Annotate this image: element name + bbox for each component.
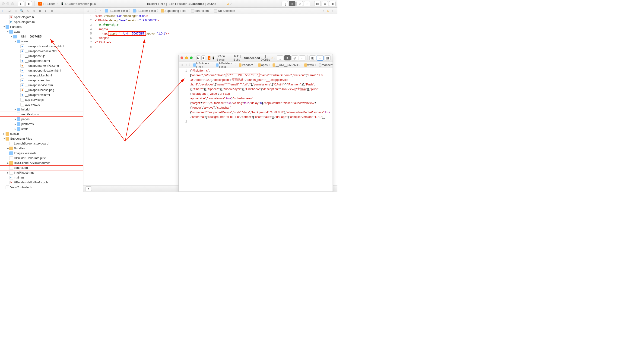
- jump-bar-sub[interactable]: ⊞ 〈 〉 HBuilder-Hello〉HBuilder-Hello〉Pand…: [179, 62, 333, 68]
- tree-item[interactable]: __uniappservice.html: [0, 83, 83, 88]
- jump-bar-main[interactable]: ⊞ 〈 〉 HBuilder-Hello〉HBuilder-Hello〉Supp…: [83, 8, 338, 14]
- tree-item[interactable]: mAppDelegate.m: [0, 20, 83, 24]
- file-tree[interactable]: hAppDelegate.hmAppDelegate.m▼Pandora▼app…: [0, 14, 83, 192]
- breadcrumb-item[interactable]: Pandora: [242, 63, 253, 67]
- breakpoint-nav-tab[interactable]: ▸: [44, 8, 48, 13]
- sub-window-controls[interactable]: [181, 56, 195, 59]
- breadcrumb-item[interactable]: control.xml: [195, 9, 209, 12]
- tree-item[interactable]: ▶hybrid: [0, 107, 83, 112]
- sub-snippets-button[interactable]: { }: [277, 55, 283, 60]
- tree-item[interactable]: ▼apps: [0, 29, 83, 34]
- jump-bar-prev[interactable]: 〈: [320, 8, 325, 13]
- tree-item[interactable]: ▼Pandora: [0, 24, 83, 29]
- left-panel-toggle[interactable]: ◧: [314, 1, 321, 6]
- stop-button[interactable]: ■: [26, 1, 32, 6]
- tree-item[interactable]: HBuilder-Hello-Info.plist: [0, 156, 83, 160]
- symbol-nav-tab[interactable]: ≣: [14, 8, 18, 13]
- code-snippets-button[interactable]: { }: [281, 1, 288, 6]
- tree-item[interactable]: hViewController.h: [0, 185, 83, 190]
- tree-item[interactable]: ▶platforms: [0, 122, 83, 126]
- sub-assistant-editor[interactable]: ◎: [291, 55, 298, 60]
- sub-scheme-selector[interactable]: 5 📱 DClou…6 plus: [208, 54, 229, 61]
- tree-item[interactable]: __uniappsuccess.png: [0, 88, 83, 92]
- breadcrumb-item[interactable]: Supporting Files: [165, 9, 186, 12]
- tree-item[interactable]: __uniappview.html: [0, 92, 83, 97]
- tree-item[interactable]: ▼__UNI__56676B5: [0, 34, 83, 39]
- related-items-button[interactable]: ⊞: [85, 8, 90, 13]
- back-button[interactable]: 〈: [92, 8, 97, 13]
- breadcrumb-item[interactable]: HBuilder-Hello: [137, 9, 156, 12]
- sub-back-button[interactable]: 〈: [184, 63, 187, 68]
- tree-item[interactable]: app-service.js: [0, 97, 83, 102]
- breadcrumb-item[interactable]: www: [307, 63, 314, 67]
- tree-item[interactable]: hAppDelegate.h: [0, 14, 83, 20]
- debug-nav-tab[interactable]: ▣: [38, 8, 42, 13]
- breadcrumb-item[interactable]: HBuilder-Hello: [108, 9, 128, 12]
- source-control-nav-tab[interactable]: ⎇: [8, 8, 12, 13]
- tree-item[interactable]: __uniappopenlocation.html: [0, 68, 83, 73]
- sub-run-button[interactable]: ▶: [196, 55, 200, 60]
- sub-right-panel[interactable]: ◨: [324, 55, 331, 60]
- tree-item-label: hybrid: [21, 108, 30, 111]
- sub-bottom-panel[interactable]: ▭: [317, 55, 323, 60]
- report-nav-tab[interactable]: ▭: [50, 8, 54, 13]
- sub-forward-button[interactable]: 〉: [189, 63, 192, 68]
- tree-item[interactable]: Images.xcassets: [0, 151, 83, 156]
- tree-item[interactable]: __uniappmarker@3x.png: [0, 63, 83, 68]
- test-nav-tab[interactable]: ◇: [32, 8, 36, 13]
- tree-item[interactable]: __uniapppicker.html: [0, 73, 83, 78]
- tree-item[interactable]: LaunchScreen.storyboard: [0, 141, 83, 146]
- sub-version-editor[interactable]: ↔: [299, 55, 305, 60]
- breadcrumb-item[interactable]: manifest.json: [322, 63, 333, 67]
- bottom-panel-toggle[interactable]: ▭: [322, 1, 328, 6]
- breadcrumb[interactable]: HBuilder-Hello〉HBuilder-Hello〉Supporting…: [105, 9, 235, 13]
- tree-item[interactable]: ▶InfoPlist.strings: [0, 170, 83, 175]
- version-editor-button[interactable]: ↔: [304, 1, 310, 6]
- tree-item[interactable]: ▶Bundles: [0, 146, 83, 151]
- breadcrumb-item[interactable]: HBuilder-Hello: [196, 62, 211, 68]
- tree-item[interactable]: ▼Supporting Files: [0, 136, 83, 141]
- forward-button[interactable]: 〉: [98, 8, 103, 13]
- sub-breadcrumb[interactable]: HBuilder-Hello〉HBuilder-Hello〉Pandora〉ap…: [193, 62, 333, 68]
- tree-item[interactable]: manifest.json: [0, 112, 83, 117]
- tree-item[interactable]: __uniappcoverview.html: [0, 49, 83, 54]
- tree-item[interactable]: __uniappmap.html: [0, 58, 83, 63]
- breadcrumb-item[interactable]: No Selection: [218, 9, 235, 12]
- sub-warning-badge[interactable]: 2: [271, 56, 275, 60]
- tree-item[interactable]: __uniappchooselocation.html: [0, 44, 83, 49]
- tree-item[interactable]: ▶static: [0, 126, 83, 131]
- tree-item[interactable]: control.xml: [0, 165, 83, 170]
- tree-item[interactable]: ▶pages: [0, 117, 83, 122]
- sub-left-panel[interactable]: ◧: [309, 55, 316, 60]
- assistant-editor-button[interactable]: ◎: [296, 1, 303, 6]
- sub-standard-editor[interactable]: ≡: [284, 55, 291, 60]
- jump-bar-next[interactable]: 〉: [331, 8, 336, 13]
- console-toggle[interactable]: ▾: [85, 186, 92, 191]
- sub-related-items[interactable]: ⊞: [181, 63, 183, 68]
- warning-badge[interactable]: 2: [227, 2, 231, 6]
- breadcrumb-item[interactable]: __UNI__56676B5: [275, 63, 299, 67]
- window-controls[interactable]: [2, 2, 16, 5]
- run-button[interactable]: ▶: [18, 1, 24, 6]
- tree-item[interactable]: mmain.m: [0, 175, 83, 180]
- sub-stop-button[interactable]: ■: [201, 55, 205, 60]
- issue-nav-tab[interactable]: ⚠: [26, 8, 30, 13]
- tree-item[interactable]: hHBuilder-Hello-Prefix.pch: [0, 180, 83, 185]
- tree-item-label: Bundles: [14, 146, 25, 150]
- code-editor-manifest-json[interactable]: 1{"@platforms":["android","iPhone","iPad…: [179, 68, 333, 192]
- jump-warning-badge[interactable]: [327, 9, 329, 12]
- tree-item[interactable]: ▶splash: [0, 131, 83, 136]
- tree-item[interactable]: ▶BDSClientEASRResources: [0, 160, 83, 165]
- standard-editor-button[interactable]: ≡: [289, 1, 295, 6]
- tree-item[interactable]: __uniappscan.html: [0, 78, 83, 83]
- tree-item[interactable]: __uniappes6.js: [0, 54, 83, 58]
- tree-item[interactable]: app-view.js: [0, 102, 83, 107]
- right-panel-toggle[interactable]: ◨: [329, 1, 336, 6]
- tree-item[interactable]: ▼www: [0, 39, 83, 44]
- scheme-selector[interactable]: 5 HBuilder 〉 📱 DCloud's iPhone6 plus: [38, 2, 96, 6]
- breadcrumb-item[interactable]: HBuilder-Hello: [219, 62, 234, 68]
- find-nav-tab[interactable]: 🔍: [20, 8, 24, 13]
- project-nav-tab[interactable]: ▢: [2, 8, 6, 13]
- html-icon: [21, 69, 24, 72]
- breadcrumb-item[interactable]: apps: [261, 63, 268, 67]
